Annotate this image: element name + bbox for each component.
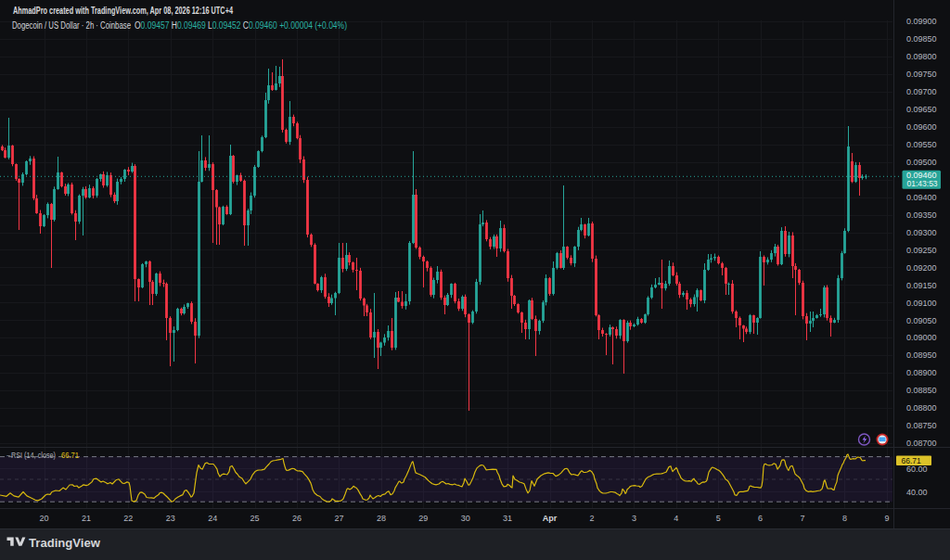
svg-text:0.08900: 0.08900 <box>906 368 937 377</box>
svg-text:0.09700: 0.09700 <box>906 87 937 96</box>
svg-text:0.08850: 0.08850 <box>906 386 937 395</box>
svg-text:4: 4 <box>674 514 678 523</box>
svg-text:40.00: 40.00 <box>906 488 928 497</box>
svg-text:0.09600: 0.09600 <box>906 122 937 132</box>
svg-text:22: 22 <box>123 514 133 523</box>
svg-text:6: 6 <box>758 514 763 523</box>
svg-text:0.09250: 0.09250 <box>906 246 937 255</box>
svg-text:3: 3 <box>632 514 636 523</box>
svg-text:Dogecoin / US Dollar · 2h · Co: Dogecoin / US Dollar · 2h · Coinbase <box>12 20 131 31</box>
svg-text:0.09550: 0.09550 <box>906 140 937 149</box>
svg-text:0.09350: 0.09350 <box>906 210 937 220</box>
svg-text:7: 7 <box>801 514 805 523</box>
svg-text:0.09100: 0.09100 <box>906 299 937 308</box>
svg-text:0.09050: 0.09050 <box>906 316 937 325</box>
svg-text:2: 2 <box>589 514 594 523</box>
svg-text:0.09800: 0.09800 <box>906 52 937 61</box>
svg-text:0.09000: 0.09000 <box>906 333 937 342</box>
svg-text:0.09200: 0.09200 <box>906 263 937 273</box>
svg-text:0.09650: 0.09650 <box>906 105 937 114</box>
svg-text:27: 27 <box>334 514 343 523</box>
svg-text:0.08700: 0.08700 <box>906 439 937 448</box>
svg-text:0.09400: 0.09400 <box>906 193 937 202</box>
svg-text:0.09150: 0.09150 <box>906 281 937 290</box>
svg-text:21: 21 <box>82 514 91 523</box>
svg-text:0.09500: 0.09500 <box>906 158 937 167</box>
svg-text:29: 29 <box>418 514 428 523</box>
svg-text:TradingView: TradingView <box>29 537 101 550</box>
svg-text:26: 26 <box>292 514 302 523</box>
svg-text:0.08750: 0.08750 <box>906 421 937 430</box>
svg-text:24: 24 <box>208 514 217 523</box>
svg-text:66.71: 66.71 <box>902 456 922 465</box>
svg-text:9: 9 <box>884 514 889 523</box>
svg-text:0.09900: 0.09900 <box>906 17 937 26</box>
svg-text:30: 30 <box>461 514 470 523</box>
svg-text:0.09850: 0.09850 <box>906 34 937 44</box>
svg-text:23: 23 <box>166 514 175 523</box>
svg-text:Apr: Apr <box>543 514 558 523</box>
svg-text:31: 31 <box>503 514 512 523</box>
svg-text:60.00: 60.00 <box>906 465 928 474</box>
svg-text:O0.09457 H0.09469 L0.09452 C0.: O0.09457 H0.09469 L0.09452 C0.09460 +0.0… <box>135 20 347 31</box>
svg-text:0.09750: 0.09750 <box>906 70 937 79</box>
svg-text:25: 25 <box>250 514 260 523</box>
svg-text:20: 20 <box>39 514 48 523</box>
svg-text:8: 8 <box>842 514 847 523</box>
svg-text:5: 5 <box>716 514 721 523</box>
svg-text:0.08800: 0.08800 <box>906 403 937 413</box>
svg-text:0.08950: 0.08950 <box>906 350 937 360</box>
svg-text:28: 28 <box>377 514 386 523</box>
svg-text:RSI (14, close): RSI (14, close) <box>11 451 56 460</box>
svg-text:AhmadPro created with TradingV: AhmadPro created with TradingView.com, A… <box>13 5 234 16</box>
svg-text:66.71: 66.71 <box>61 451 79 460</box>
svg-text:0.09300: 0.09300 <box>906 228 937 237</box>
svg-text:01:43:53: 01:43:53 <box>907 179 938 188</box>
